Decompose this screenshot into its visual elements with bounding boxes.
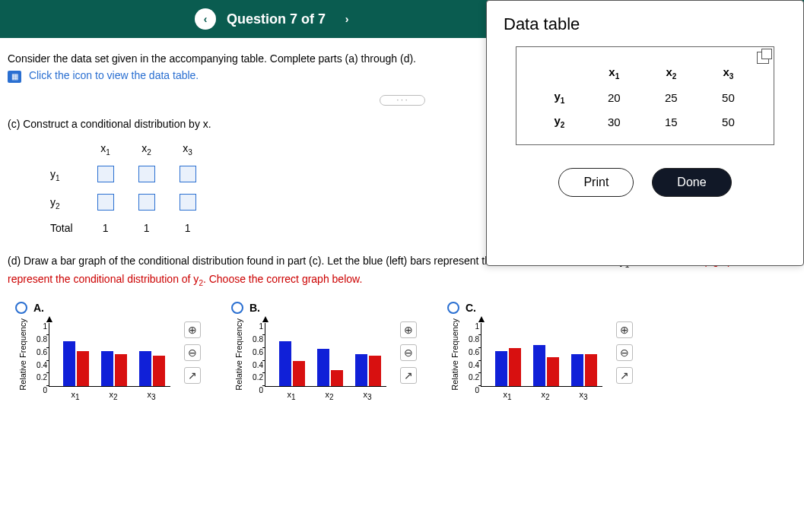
popout-icon[interactable]: ↗ bbox=[616, 367, 633, 384]
question-title: Question 7 of 7 bbox=[227, 11, 326, 27]
zoom-in-icon[interactable]: ⊕ bbox=[184, 321, 201, 338]
y-tick: 0.2 bbox=[253, 373, 265, 382]
y-tick: 0.2 bbox=[37, 373, 49, 382]
y-tick: 1 bbox=[475, 322, 481, 331]
y-tick: 0 bbox=[259, 386, 265, 394]
more-pill-button[interactable]: · · · bbox=[380, 95, 425, 106]
total-x1: 1 bbox=[85, 217, 126, 239]
popout-icon[interactable]: ↗ bbox=[184, 367, 201, 384]
popup-title: Data table bbox=[504, 14, 787, 34]
bar-y2-x2 bbox=[331, 370, 343, 386]
option-a: A.Relative Frequency00.20.40.60.81x1x2x3… bbox=[15, 302, 201, 410]
chart-option-a: 00.20.40.60.81x1x2x3 bbox=[27, 318, 180, 410]
next-question-button[interactable]: › bbox=[336, 8, 358, 30]
bar-y1-x1 bbox=[495, 351, 507, 386]
zoom-out-icon[interactable]: ⊖ bbox=[400, 344, 417, 361]
bar-y2-x3 bbox=[153, 356, 165, 386]
bar-y1-x2 bbox=[101, 351, 113, 386]
total-x3: 1 bbox=[167, 217, 208, 239]
radio-option-a[interactable] bbox=[15, 302, 27, 314]
y-tick: 0.6 bbox=[469, 347, 481, 356]
y-tick: 0.8 bbox=[469, 334, 481, 343]
cell-y1-x1: 20 bbox=[586, 85, 643, 109]
input-y1-x1[interactable] bbox=[97, 166, 114, 182]
zoom-in-icon[interactable]: ⊕ bbox=[400, 321, 417, 338]
y-axis-label: Relative Frequency bbox=[447, 318, 459, 391]
x-tick-label: x2 bbox=[541, 390, 549, 401]
popup-data-table: x1 x2 x3 y1 20 25 50 y2 30 15 50 bbox=[516, 46, 774, 145]
data-table-popup: Data table x1 x2 x3 y1 20 25 50 y2 30 15… bbox=[486, 0, 804, 266]
y-tick: 0.6 bbox=[37, 347, 49, 356]
bar-y2-x1 bbox=[293, 361, 305, 387]
bar-y1-x3 bbox=[355, 354, 367, 386]
popout-icon[interactable]: ↗ bbox=[400, 367, 417, 384]
cell-y1-x2: 25 bbox=[643, 85, 700, 109]
zoom-in-icon[interactable]: ⊕ bbox=[616, 321, 633, 338]
prev-question-button[interactable]: ‹ bbox=[195, 8, 216, 30]
input-y1-x3[interactable] bbox=[180, 166, 196, 182]
x-tick-label: x1 bbox=[71, 390, 79, 401]
y-tick: 1 bbox=[259, 322, 265, 331]
bar-y1-x2 bbox=[317, 349, 329, 386]
y-axis-label: Relative Frequency bbox=[231, 318, 243, 391]
zoom-out-icon[interactable]: ⊖ bbox=[184, 344, 201, 361]
radio-option-b[interactable] bbox=[231, 302, 243, 314]
zoom-out-icon[interactable]: ⊖ bbox=[616, 344, 633, 361]
x-tick-label: x2 bbox=[325, 390, 333, 401]
conditional-dist-table: x1 x2 x3 y1 y2 Total 1 1 1 bbox=[38, 138, 208, 239]
y-tick: 0.4 bbox=[253, 360, 265, 369]
y-axis-label: Relative Frequency bbox=[15, 318, 27, 391]
option-b: B.Relative Frequency00.20.40.60.81x1x2x3… bbox=[231, 302, 417, 410]
y-tick: 0.2 bbox=[469, 373, 481, 382]
input-y2-x3[interactable] bbox=[180, 194, 196, 211]
view-data-table-link[interactable]: Click the icon to view the data table. bbox=[29, 69, 199, 81]
y-tick: 0 bbox=[43, 386, 49, 394]
bar-y1-x3 bbox=[139, 351, 151, 386]
y-tick: 0 bbox=[475, 386, 481, 394]
x-tick-label: x3 bbox=[363, 390, 371, 401]
print-button[interactable]: Print bbox=[558, 168, 634, 197]
bar-y2-x2 bbox=[547, 357, 559, 386]
cell-y2-x2: 15 bbox=[643, 109, 700, 134]
y-tick: 0.4 bbox=[469, 360, 481, 369]
done-button[interactable]: Done bbox=[652, 168, 731, 197]
x-tick-label: x3 bbox=[147, 390, 155, 401]
bar-y1-x1 bbox=[63, 341, 75, 386]
bar-y1-x2 bbox=[533, 345, 545, 387]
radio-option-c[interactable] bbox=[447, 302, 459, 314]
bar-y2-x2 bbox=[115, 354, 127, 386]
bar-y2-x1 bbox=[77, 351, 89, 386]
x-tick-label: x2 bbox=[109, 390, 117, 401]
input-y1-x2[interactable] bbox=[138, 166, 155, 182]
y-tick: 0.8 bbox=[37, 334, 49, 343]
x-tick-label: x3 bbox=[579, 390, 587, 401]
bar-y1-x1 bbox=[279, 341, 291, 386]
x-tick-label: x1 bbox=[287, 390, 295, 401]
option-c: C.Relative Frequency00.20.40.60.81x1x2x3… bbox=[447, 302, 633, 410]
bar-y2-x3 bbox=[585, 354, 597, 386]
bar-y2-x1 bbox=[509, 348, 521, 386]
chart-option-b: 00.20.40.60.81x1x2x3 bbox=[243, 318, 396, 410]
copy-icon[interactable] bbox=[757, 52, 769, 64]
chart-option-c: 00.20.40.60.81x1x2x3 bbox=[459, 318, 612, 410]
y-tick: 1 bbox=[43, 322, 49, 331]
cell-y2-x1: 30 bbox=[586, 109, 643, 134]
y-tick: 0.6 bbox=[253, 347, 265, 356]
input-y2-x2[interactable] bbox=[138, 194, 155, 211]
total-x2: 1 bbox=[126, 217, 167, 239]
bar-y2-x3 bbox=[369, 356, 381, 386]
x-tick-label: x1 bbox=[503, 390, 511, 401]
cell-y2-x3: 50 bbox=[700, 109, 757, 134]
y-tick: 0.4 bbox=[37, 360, 49, 369]
cell-y1-x3: 50 bbox=[700, 85, 757, 109]
bar-y1-x3 bbox=[571, 354, 583, 386]
input-y2-x1[interactable] bbox=[97, 194, 114, 211]
y-tick: 0.8 bbox=[253, 334, 265, 343]
option-label: B. bbox=[249, 302, 260, 314]
option-label: C. bbox=[466, 302, 476, 314]
data-table-icon[interactable]: ▦ bbox=[8, 71, 21, 83]
option-label: A. bbox=[33, 302, 44, 314]
